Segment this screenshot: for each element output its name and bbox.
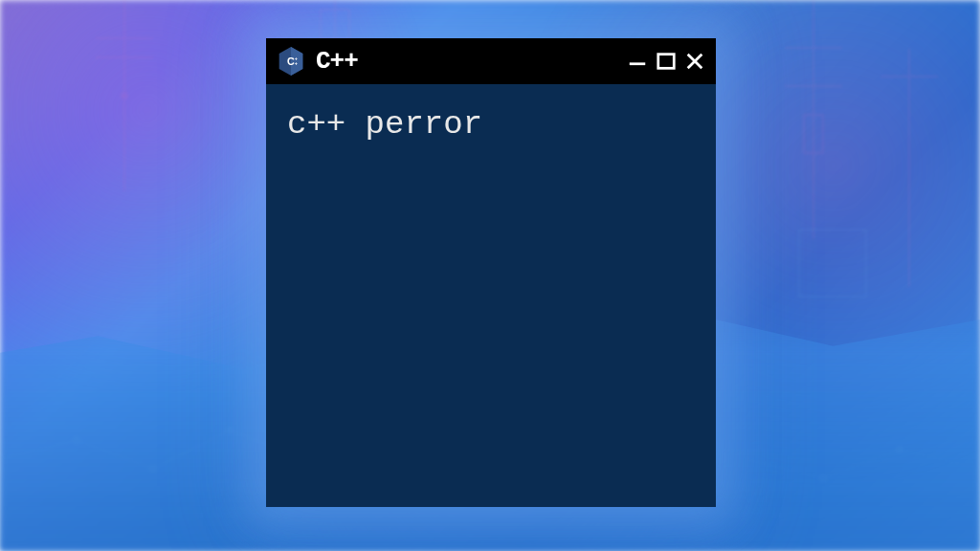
svg-text:+: + [295, 60, 298, 66]
window-title: C++ [316, 47, 616, 76]
terminal-window: C + + C++ c++ perror [266, 38, 716, 507]
svg-point-3 [122, 93, 127, 99]
svg-rect-12 [799, 230, 866, 297]
svg-rect-22 [658, 55, 675, 69]
close-button[interactable] [683, 50, 706, 73]
window-controls [626, 50, 706, 73]
terminal-body[interactable]: c++ perror [266, 84, 716, 507]
window-titlebar[interactable]: C + + C++ [266, 38, 716, 84]
cpp-icon: C + + [276, 46, 306, 77]
terminal-content: c++ perror [287, 105, 695, 144]
minimize-button[interactable] [626, 50, 649, 73]
svg-text:C: C [287, 55, 295, 67]
maximize-button[interactable] [655, 50, 678, 73]
